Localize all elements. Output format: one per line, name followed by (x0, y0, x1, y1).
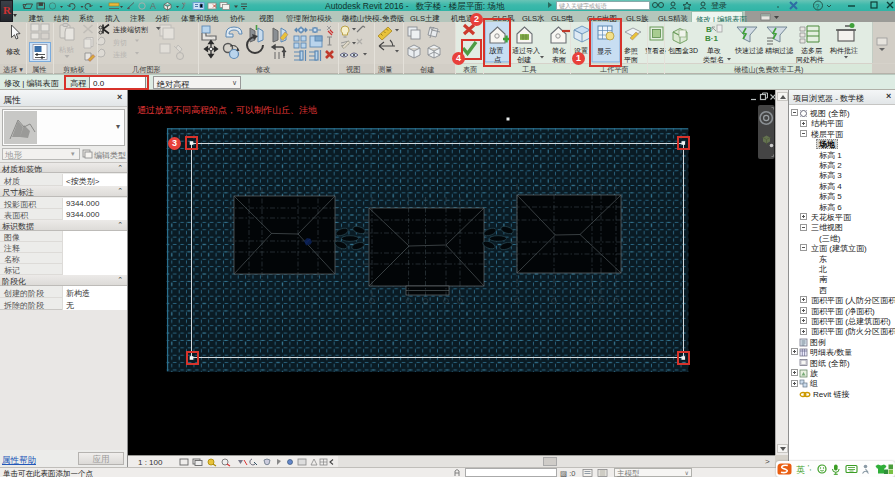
svg-text:修改: 修改 (6, 47, 21, 56)
svg-text:连接端切割: 连接端切割 (113, 26, 148, 34)
svg-text:精细过滤: 精细过滤 (765, 47, 794, 55)
svg-text:登录: 登录 (711, 1, 727, 10)
svg-text:构件批注: 构件批注 (829, 46, 858, 55)
svg-text:剪切: 剪切 (113, 39, 127, 47)
svg-text:平面: 平面 (624, 56, 638, 63)
svg-text:参照: 参照 (624, 47, 638, 55)
svg-text:同处构件: 同处构件 (796, 56, 824, 63)
svg-text:连接: 连接 (113, 51, 127, 59)
svg-text:快速过滤: 快速过滤 (734, 47, 764, 55)
svg-text:B: B (706, 25, 712, 34)
svg-text:B·1: B·1 (705, 34, 718, 43)
svg-text:粘贴: 粘贴 (58, 45, 74, 54)
svg-text:查看器: 查看器 (645, 47, 666, 55)
svg-text:表面: 表面 (552, 56, 566, 63)
svg-text:类型名: 类型名 (703, 56, 724, 63)
svg-text:通过导入: 通过导入 (512, 46, 540, 55)
svg-text:创建: 创建 (517, 56, 531, 63)
svg-text:A: A (150, 1, 156, 11)
svg-text:英: 英 (796, 465, 805, 475)
svg-text:包围盒3D: 包围盒3D (668, 47, 698, 55)
svg-text:单改: 单改 (707, 47, 721, 55)
svg-text:选多层: 选多层 (801, 47, 822, 55)
svg-text:简化: 简化 (552, 47, 566, 55)
svg-text:’,: ’, (808, 463, 812, 472)
svg-text:?: ? (816, 3, 820, 10)
